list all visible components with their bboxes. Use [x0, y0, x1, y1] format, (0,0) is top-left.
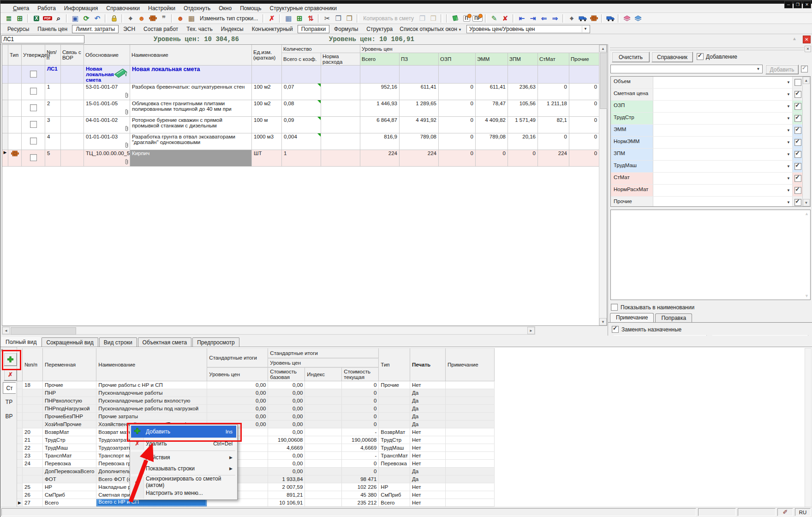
scroll-down-icon[interactable]: ▼: [599, 318, 607, 325]
num-cell[interactable]: 23: [23, 452, 43, 460]
base-cost-cell[interactable]: 0,00: [268, 381, 305, 389]
type-cell[interactable]: [8, 100, 22, 117]
approved-checkbox[interactable]: [30, 104, 37, 111]
add-checkbox[interactable]: [801, 66, 808, 72]
name-cell[interactable]: Прочие затраты: [96, 413, 207, 421]
row-indicator[interactable]: [17, 397, 23, 405]
total-cell[interactable]: 6 864,87: [360, 117, 400, 133]
totals-row-9[interactable]: 22ТрудМашТрудозатраты машинистов4,66694,…: [17, 444, 495, 452]
bricks-pile-icon[interactable]: [589, 14, 599, 23]
scroll-down-icon[interactable]: ▼: [803, 199, 810, 206]
num-cell[interactable]: [23, 405, 43, 413]
tab-2[interactable]: Панель цен: [34, 25, 71, 33]
scroll-right-icon[interactable]: ►: [527, 327, 535, 334]
basis-cell[interactable]: 01-01-001-03: [84, 133, 130, 150]
close-icon[interactable]: ✕: [805, 46, 811, 52]
paste-icon[interactable]: ❒: [344, 14, 354, 23]
param-value-field[interactable]: [653, 149, 785, 160]
totals-row-10[interactable]: 23ТранспМатТранспорт материалов0,00-Тран…: [17, 452, 495, 460]
bottom-tab-5[interactable]: Предпросмотр: [192, 337, 239, 347]
index-cell[interactable]: [305, 499, 342, 507]
note-cell[interactable]: [446, 397, 495, 405]
row-indicator[interactable]: [2, 84, 8, 100]
note-cell[interactable]: [446, 452, 495, 460]
name-cell[interactable]: Кирпич: [130, 150, 252, 167]
unit-cell[interactable]: 100 м2: [252, 100, 282, 117]
param-checkbox[interactable]: [794, 163, 801, 170]
variable-cell[interactable]: ДопПеревозкаВсего: [43, 468, 96, 475]
layers-pink-icon[interactable]: [622, 14, 632, 23]
type-cell[interactable]: [8, 66, 22, 84]
vor-cell[interactable]: [61, 66, 84, 84]
qty-cell[interactable]: 0,004: [282, 133, 321, 150]
name-cell[interactable]: Пусконаладочные работы вхолостую: [96, 397, 207, 405]
stmat-cell[interactable]: 0: [538, 133, 569, 150]
chevron-down-icon[interactable]: ▼: [755, 66, 762, 72]
base-cost-cell[interactable]: 0,00: [268, 468, 305, 475]
type-cell[interactable]: ВозврМат: [379, 428, 410, 436]
pdf-export-icon[interactable]: PDF: [42, 14, 53, 23]
emm-cell[interactable]: 0: [476, 150, 508, 167]
chevron-down-icon[interactable]: ▼: [785, 113, 792, 124]
add-row-button[interactable]: [4, 353, 17, 366]
type-cell[interactable]: [379, 389, 410, 397]
basis-cell[interactable]: 04-01-001-02: [84, 117, 130, 133]
tree-structure-icon[interactable]: ≣: [4, 14, 14, 23]
level-cell[interactable]: 0,00: [207, 381, 268, 389]
context-menu-item-4[interactable]: Действия▶: [131, 452, 236, 463]
panel-close-button[interactable]: ✕: [803, 36, 811, 43]
num-cell[interactable]: 24: [23, 460, 43, 468]
menu-item-8[interactable]: Помощь: [236, 4, 265, 12]
current-cost-cell[interactable]: -: [342, 452, 379, 460]
row-indicator[interactable]: [17, 421, 23, 428]
name-cell[interactable]: Роторное бурение скважин с прямой промыв…: [130, 117, 252, 133]
type-cell[interactable]: Перевозка: [379, 460, 410, 468]
approved-cell[interactable]: [22, 100, 45, 117]
base-cost-cell[interactable]: 10 106,91: [268, 499, 305, 507]
save-icon[interactable]: ▣: [70, 14, 80, 23]
total-cell[interactable]: [360, 66, 400, 84]
zpm-cell[interactable]: 1 571,49: [508, 117, 538, 133]
close-icon[interactable]: x: [1, 348, 3, 352]
name-cell[interactable]: Пусконаладочные работы под нагрузкой: [96, 405, 207, 413]
context-menu-item-2[interactable]: ✗УдалитьCtrl+Del: [131, 438, 236, 450]
stmat-cell[interactable]: 82,1: [538, 117, 569, 133]
context-menu-item-8[interactable]: Настроить это меню...: [131, 487, 236, 499]
qty-cell[interactable]: 0,08: [282, 100, 321, 117]
side-tab-ТР[interactable]: ТР: [3, 397, 15, 407]
type-cell[interactable]: [8, 117, 22, 133]
approved-cell[interactable]: [22, 84, 45, 100]
building-icon[interactable]: ▦: [186, 14, 197, 23]
level-cell[interactable]: [207, 499, 268, 507]
param-value-field[interactable]: [653, 77, 785, 88]
row-indicator[interactable]: [17, 428, 23, 436]
tab-5[interactable]: Состав работ: [140, 25, 182, 33]
ozp-cell[interactable]: [439, 66, 476, 84]
outdent-top-icon[interactable]: ⇤: [517, 14, 527, 23]
base-cost-cell[interactable]: 2 007,59: [268, 483, 305, 491]
param-value-field[interactable]: [653, 101, 785, 112]
other-cell[interactable]: 0: [569, 100, 599, 117]
param-value-field[interactable]: [653, 197, 785, 207]
copy-grayed-icon[interactable]: ❐: [417, 14, 427, 23]
compass-icon[interactable]: ⌖: [125, 14, 136, 23]
indent-top-icon[interactable]: ⇥: [528, 14, 538, 23]
type-cell[interactable]: ТранспМат: [379, 452, 410, 460]
scrollbar-thumb[interactable]: [600, 53, 607, 109]
row-number-cell[interactable]: ЛС1: [45, 66, 61, 84]
basis-cell[interactable]: ТЦ_10.00.00.00_50_5: [84, 150, 130, 167]
current-cost-cell[interactable]: 0: [342, 381, 379, 389]
type-cell[interactable]: ТрудМаш: [379, 444, 410, 452]
copy-to-estimate-label[interactable]: Копировать в смету: [360, 15, 417, 22]
ozp-cell[interactable]: 0: [439, 84, 476, 100]
name-cell[interactable]: Пусконаладочные работы: [96, 389, 207, 397]
type-cell[interactable]: [8, 133, 22, 150]
num-cell[interactable]: [23, 389, 43, 397]
paste-grayed-icon[interactable]: ❒: [428, 14, 438, 23]
row-indicator[interactable]: [2, 100, 8, 117]
emm-cell[interactable]: 611,41: [476, 84, 508, 100]
param-checkbox[interactable]: [794, 79, 801, 86]
chevron-down-icon[interactable]: ▼: [785, 185, 792, 196]
qty-cell[interactable]: 0,07: [282, 84, 321, 100]
row-number-cell[interactable]: 5: [45, 150, 61, 167]
